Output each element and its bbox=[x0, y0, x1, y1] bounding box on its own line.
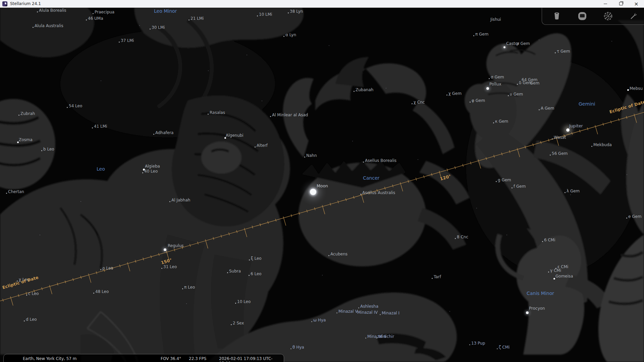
star-dot[interactable] bbox=[503, 46, 505, 48]
star-label[interactable]: f Gem bbox=[514, 184, 526, 189]
star-label[interactable]: 10 Leo bbox=[237, 299, 251, 304]
star-label[interactable]: 37 LMi bbox=[121, 38, 134, 43]
star-label[interactable]: 46 UMa bbox=[88, 16, 103, 21]
star-dot[interactable] bbox=[33, 27, 34, 28]
star-dot[interactable] bbox=[542, 241, 543, 242]
star-dot[interactable] bbox=[119, 42, 120, 43]
star-dot[interactable] bbox=[41, 150, 42, 151]
star-dot[interactable] bbox=[37, 11, 38, 12]
star-label[interactable]: Zubrah bbox=[20, 111, 35, 116]
star-label[interactable]: 10 LMi bbox=[259, 12, 272, 17]
star-dot[interactable] bbox=[150, 28, 151, 29]
star-label[interactable]: ζ CMi bbox=[499, 345, 509, 350]
star-dot[interactable] bbox=[497, 348, 498, 349]
trash-icon-button[interactable] bbox=[552, 11, 562, 21]
star-dot[interactable] bbox=[93, 13, 94, 14]
star-dot[interactable] bbox=[517, 84, 518, 85]
star-label[interactable]: Wasat bbox=[554, 135, 566, 140]
star-label[interactable]: Al Jabhah bbox=[171, 198, 190, 202]
star-dot[interactable] bbox=[182, 288, 183, 289]
status-datetime[interactable]: 2026-02-01 17:09:13 UTC-05:00 bbox=[219, 356, 284, 362]
star-dot[interactable] bbox=[512, 187, 513, 188]
star-dot[interactable] bbox=[591, 146, 592, 147]
star-label[interactable]: Ashlesha bbox=[360, 304, 378, 309]
star-dot[interactable] bbox=[555, 52, 556, 53]
star-dot[interactable] bbox=[304, 157, 305, 158]
star-label[interactable]: σ Gem bbox=[491, 75, 504, 79]
star-label[interactable]: ρ Gem bbox=[517, 41, 530, 46]
star-dot[interactable] bbox=[470, 102, 471, 103]
star-label[interactable]: Chertan bbox=[8, 189, 24, 194]
star-dot[interactable] bbox=[255, 146, 256, 147]
close-button[interactable]: × bbox=[629, 0, 644, 7]
star-dot[interactable] bbox=[153, 134, 154, 135]
star-label[interactable]: γ CMi bbox=[550, 268, 561, 273]
star-label[interactable]: Praecipua bbox=[95, 10, 114, 14]
star-dot[interactable] bbox=[553, 278, 555, 280]
star-label[interactable]: Asellus Borealis bbox=[365, 158, 396, 163]
star-label[interactable]: 6 Leo bbox=[251, 272, 262, 276]
star-dot[interactable] bbox=[548, 272, 549, 273]
star-dot[interactable] bbox=[164, 248, 166, 251]
star-label[interactable]: Mebsu bbox=[630, 86, 643, 91]
star-dot[interactable] bbox=[360, 194, 361, 195]
star-label[interactable]: 2 Sex bbox=[233, 321, 244, 325]
star-dot[interactable] bbox=[270, 116, 271, 117]
star-label[interactable]: χ Cnc bbox=[414, 100, 425, 105]
star-label[interactable]: Nahn bbox=[306, 153, 317, 158]
star-label[interactable]: ξ Leo bbox=[251, 256, 262, 261]
star-dot[interactable] bbox=[257, 15, 258, 16]
star-label[interactable]: Minazal V bbox=[338, 309, 358, 314]
star-dot[interactable] bbox=[231, 324, 232, 325]
star-dot[interactable] bbox=[380, 314, 381, 315]
star-dot[interactable] bbox=[565, 192, 566, 193]
star-dot[interactable] bbox=[496, 181, 497, 182]
star-dot[interactable] bbox=[311, 321, 312, 322]
star-label[interactable]: 54 Leo bbox=[69, 104, 82, 108]
star-dot[interactable] bbox=[627, 89, 629, 91]
star-label[interactable]: Minazal IV bbox=[357, 310, 378, 315]
star-label[interactable]: π Gem bbox=[475, 32, 488, 37]
star-label[interactable]: Gem bbox=[530, 81, 539, 85]
star-dot[interactable] bbox=[552, 138, 553, 139]
star-label[interactable]: φ Gem bbox=[472, 98, 485, 103]
star-dot[interactable] bbox=[142, 172, 143, 173]
star-label[interactable]: c Leo bbox=[28, 291, 39, 296]
star-dot[interactable] bbox=[24, 320, 25, 321]
star-label[interactable]: θ Hya bbox=[292, 345, 304, 350]
star-dot[interactable] bbox=[550, 155, 551, 156]
star-dot[interactable] bbox=[328, 255, 329, 256]
status-bar[interactable]: Earth, New York City, 57 m FOV 36.4° 22.… bbox=[3, 354, 284, 362]
status-location[interactable]: Earth, New York City, 57 m bbox=[23, 356, 77, 361]
planet-jupiter[interactable] bbox=[566, 128, 570, 132]
star-label[interactable]: Minazal I bbox=[382, 311, 399, 315]
star-dot[interactable] bbox=[290, 348, 291, 349]
star-label[interactable]: 40 Leo bbox=[144, 169, 158, 174]
wrench-icon-button[interactable] bbox=[629, 11, 639, 21]
star-dot[interactable] bbox=[67, 107, 68, 108]
star-label[interactable]: b Leo bbox=[43, 147, 54, 152]
star-label[interactable]: 31 Leo bbox=[163, 264, 177, 269]
star-label[interactable]: Gomeisa bbox=[555, 274, 573, 279]
star-dot[interactable] bbox=[100, 269, 101, 270]
star-dot[interactable] bbox=[169, 201, 170, 202]
star-dot[interactable] bbox=[6, 193, 7, 194]
star-label[interactable]: 6 CMi bbox=[544, 238, 555, 242]
star-label[interactable]: π Leo bbox=[184, 285, 195, 290]
star-dot[interactable] bbox=[249, 259, 250, 260]
star-label[interactable]: Mekbuda bbox=[593, 142, 612, 147]
star-label[interactable]: 30 LMi bbox=[152, 25, 165, 30]
star-label[interactable]: χ Gem bbox=[448, 91, 462, 96]
star-dot[interactable] bbox=[208, 114, 209, 115]
star-label[interactable]: Rasalas bbox=[210, 110, 225, 115]
star-dot[interactable] bbox=[288, 12, 289, 13]
star-label[interactable]: Zubanah bbox=[356, 87, 373, 92]
star-label[interactable]: Subra bbox=[229, 269, 241, 274]
star-label[interactable]: 38 Lyn bbox=[290, 9, 303, 14]
star-dot[interactable] bbox=[493, 122, 494, 123]
star-dot[interactable] bbox=[93, 293, 94, 294]
star-dot[interactable] bbox=[473, 35, 474, 36]
star-dot[interactable] bbox=[336, 312, 337, 313]
star-dot[interactable] bbox=[227, 272, 228, 273]
target-icon-button[interactable] bbox=[603, 11, 613, 21]
